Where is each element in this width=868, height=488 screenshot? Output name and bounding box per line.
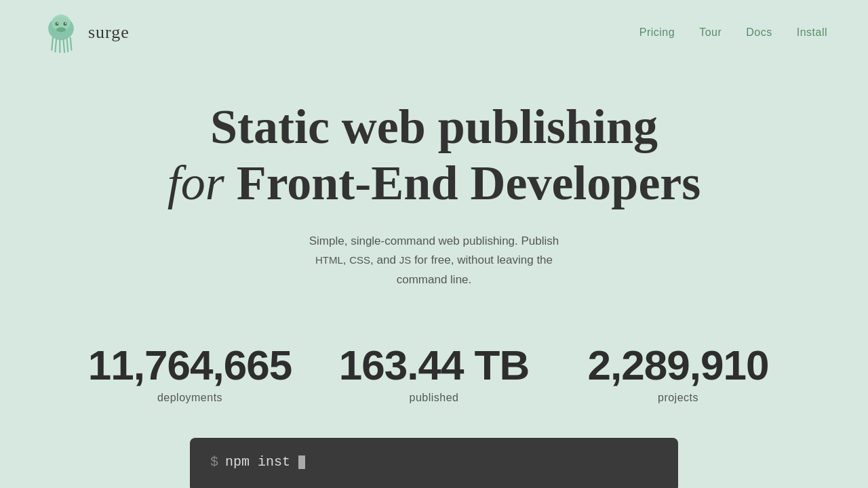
svg-line-10: [63, 39, 64, 53]
subtitle-line1: Simple, single-command web publishing. P…: [309, 235, 559, 247]
svg-point-5: [65, 22, 66, 24]
site-header: surge Pricing Tour Docs Install: [0, 0, 868, 65]
hero-line1: Static web publishing: [210, 100, 658, 154]
stat-deployments: 11,764,665 deployments: [68, 344, 312, 404]
svg-point-4: [57, 22, 58, 24]
main-nav: Pricing Tour Docs Install: [639, 26, 827, 39]
terminal-prompt: $: [210, 454, 218, 470]
subtitle-line3: command line.: [397, 273, 472, 286]
nav-docs[interactable]: Docs: [746, 26, 772, 39]
svg-line-8: [55, 39, 56, 52]
logo-area[interactable]: surge: [41, 12, 130, 53]
stats-section: 11,764,665 deployments 163.44 TB publish…: [0, 344, 868, 404]
hero-subtitle: Simple, single-command web publishing. P…: [292, 232, 576, 291]
terminal-cursor: [298, 455, 305, 469]
nav-pricing[interactable]: Pricing: [639, 26, 675, 39]
hero-line2-text: Front-End Developers: [237, 156, 701, 210]
terminal-line: $ npm inst: [210, 454, 658, 470]
subtitle-line2: HTML, CSS, and JS for free, without leav…: [315, 253, 553, 266]
hero-headline: Static web publishing for Front-End Deve…: [14, 99, 854, 211]
nav-tour[interactable]: Tour: [699, 26, 722, 39]
svg-line-12: [71, 38, 72, 50]
terminal-block: $ npm inst: [190, 438, 678, 488]
stat-projects-label: projects: [556, 392, 800, 404]
stat-deployments-label: deployments: [68, 392, 312, 404]
svg-point-6: [56, 27, 66, 32]
nav-install[interactable]: Install: [797, 26, 827, 39]
logo-text: surge: [88, 22, 130, 43]
stat-projects: 2,289,910 projects: [556, 344, 800, 404]
svg-point-3: [63, 22, 66, 26]
svg-point-2: [55, 22, 58, 26]
hero-section: Static web publishing for Front-End Deve…: [0, 65, 868, 310]
logo-icon: [41, 12, 81, 53]
stat-projects-number: 2,289,910: [556, 344, 800, 386]
svg-line-11: [67, 39, 68, 52]
terminal-command: npm inst: [225, 454, 290, 470]
stat-published-label: published: [312, 392, 556, 404]
hero-for-italic: for: [167, 156, 224, 210]
svg-line-7: [52, 38, 53, 50]
stat-published-number: 163.44 TB: [312, 344, 556, 386]
stat-published: 163.44 TB published: [312, 344, 556, 404]
stat-deployments-number: 11,764,665: [68, 344, 312, 386]
